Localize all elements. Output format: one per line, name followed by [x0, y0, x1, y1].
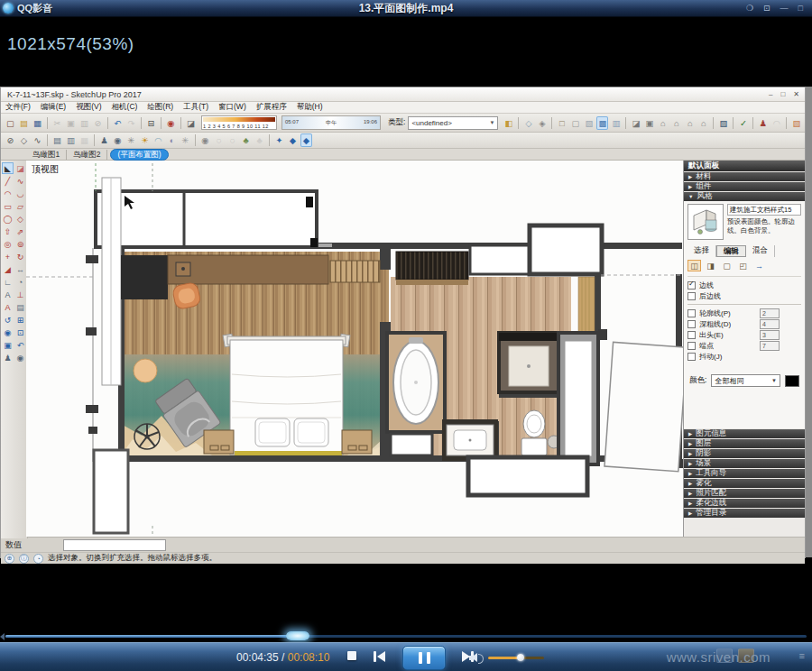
zoom-extents-icon[interactable]: ▣	[2, 339, 14, 351]
dimension-icon[interactable]: ∟	[2, 276, 14, 288]
checkbox[interactable]	[687, 331, 696, 339]
model-info-icon[interactable]: ◉	[165, 116, 177, 130]
style-name-field[interactable]: 建筑施工文档样式15	[727, 204, 801, 216]
tape-measure-icon[interactable]: ↔	[14, 263, 26, 275]
component-person-icon[interactable]: ♟	[757, 116, 769, 130]
previous-view-icon[interactable]: ↶	[14, 339, 26, 351]
su-maximize-button[interactable]: □	[780, 90, 785, 98]
value-field[interactable]: 2	[760, 308, 780, 318]
look-around-icon[interactable]: ◉	[112, 133, 124, 147]
position-cam-icon[interactable]: ♟	[2, 352, 14, 363]
delete-icon[interactable]: ⊘	[92, 116, 104, 130]
fog-icon[interactable]: ◠	[152, 133, 164, 147]
watermark-settings-icon[interactable]: ◰	[736, 260, 750, 271]
mini-mode-icon[interactable]: ⊡	[763, 0, 770, 16]
panel-section-fog[interactable]: ▶ 雾化	[684, 479, 805, 488]
walk-icon[interactable]: ✳	[125, 133, 137, 147]
wireframe-style-icon[interactable]: □	[556, 116, 567, 130]
volume-icon[interactable]	[469, 653, 483, 663]
back-view-icon[interactable]: ⌂	[684, 116, 696, 130]
menu-window[interactable]: 窗口(W)	[218, 102, 246, 113]
menu-help[interactable]: 帮助(H)	[297, 102, 323, 113]
value-field[interactable]: 7	[760, 341, 780, 351]
open-icon[interactable]: ▤	[18, 116, 30, 130]
section-tool-icon[interactable]: ▤	[14, 301, 26, 313]
hide-component-icon[interactable]: ◌	[226, 133, 238, 147]
edge-settings-icon[interactable]: ◫	[687, 260, 701, 271]
twopoint-arc-icon[interactable]: ◡	[14, 188, 26, 199]
line-tool-icon[interactable]: ╱	[2, 175, 14, 187]
menu-edit[interactable]: 编辑(E)	[41, 102, 66, 113]
minimize-icon[interactable]: —	[780, 0, 789, 16]
print-icon[interactable]: ⊟	[145, 116, 157, 130]
geolocation-status-icon[interactable]: ⊕	[5, 554, 14, 564]
credits-status-icon[interactable]: ⓘ	[19, 554, 29, 564]
text-tool-icon[interactable]: A	[2, 289, 14, 300]
playlist-toggle-icon[interactable]: ≡	[799, 650, 805, 661]
panel-section-instructor[interactable]: ▶ 工具向导	[684, 469, 805, 478]
polygon-icon[interactable]: ◇	[14, 213, 26, 225]
rotate-icon[interactable]: ↻	[14, 251, 26, 262]
value-field[interactable]: 3	[760, 330, 780, 340]
zoom-window-icon[interactable]: ⊡	[14, 326, 26, 338]
menu-view[interactable]: 视图(V)	[76, 102, 101, 113]
xray-style-icon[interactable]: ◇	[522, 116, 534, 130]
back-edges-checkbox-row[interactable]: 后边线	[687, 290, 801, 305]
seek-handle[interactable]	[286, 631, 309, 640]
menu-extensions[interactable]: 扩展程序	[256, 102, 287, 113]
endpoints-checkbox-row[interactable]: 端点 7	[687, 340, 801, 351]
value-field[interactable]: 4	[760, 319, 780, 329]
menu-tools[interactable]: 工具(T)	[183, 102, 208, 113]
save-icon[interactable]: ▦	[32, 116, 43, 130]
back-edges-style-icon[interactable]: ◈	[536, 116, 548, 130]
edges-checkbox-row[interactable]: 边线	[687, 280, 801, 290]
top-view-icon[interactable]: ▣	[643, 116, 655, 130]
rotated-rect-icon[interactable]: ▱	[14, 200, 26, 212]
feedback-bubble-icon[interactable]: ❍	[746, 0, 753, 16]
shadows-toggle-icon[interactable]: ☀	[139, 133, 151, 147]
paste-icon[interactable]: ▥	[78, 116, 90, 130]
cut-icon[interactable]: ✂	[51, 116, 63, 130]
previous-button[interactable]	[374, 651, 385, 662]
style-tab-select[interactable]: 选择	[687, 245, 716, 257]
undo-icon[interactable]: ↶	[112, 116, 124, 130]
copy-icon[interactable]: ▣	[65, 116, 77, 130]
hide-similar-icon[interactable]: ◌	[213, 133, 225, 147]
edge-color-swatch[interactable]	[785, 375, 799, 387]
orbit-tool-icon[interactable]: ↺	[2, 314, 14, 326]
su-close-button[interactable]: ✕	[793, 90, 799, 98]
position-camera-icon[interactable]: ♟	[98, 133, 110, 147]
panel-section-soften-edges[interactable]: ▶ 柔化边线	[684, 499, 805, 508]
checkbox[interactable]	[687, 320, 696, 328]
followme-icon[interactable]: ⇗	[14, 225, 26, 237]
checkbox[interactable]	[687, 342, 696, 350]
checkbox[interactable]	[687, 281, 696, 290]
look-icon[interactable]: ◉	[14, 352, 26, 363]
scene-tab-birdview1[interactable]: 鸟瞰图1	[26, 150, 67, 160]
arc-curve-icon[interactable]: ◠	[770, 116, 782, 130]
right-view-icon[interactable]: ⌂	[670, 116, 682, 130]
offset-icon[interactable]: ◎	[2, 238, 14, 250]
panel-section-components[interactable]: ▶ 组件	[684, 182, 805, 191]
scene-tab-birdview2[interactable]: 鸟瞰图2	[67, 150, 107, 160]
front-view-icon[interactable]: ⌂	[657, 116, 669, 130]
section-plane-icon[interactable]: ▤	[51, 133, 63, 147]
iso-view-icon[interactable]: ◪	[630, 116, 641, 130]
select-tool-icon[interactable]: ◣	[2, 162, 14, 174]
face-settings-icon[interactable]: ◨	[704, 260, 717, 271]
panel-header[interactable]: 默认面板	[684, 161, 805, 171]
style-tab-mix[interactable]: 混合	[746, 245, 775, 257]
plugin-tool2-icon[interactable]: ◆	[300, 133, 312, 147]
volume-handle[interactable]	[517, 654, 524, 661]
redo-icon[interactable]: ↷	[125, 116, 137, 130]
scale-icon[interactable]: ◢	[2, 263, 14, 275]
section-display-icon[interactable]: ▥	[65, 133, 77, 147]
modeling-settings-icon[interactable]: →	[752, 260, 766, 271]
profiles-checkbox-row[interactable]: 轮廓线(P) 2	[687, 308, 801, 318]
background-settings-icon[interactable]: ▢	[720, 260, 734, 271]
globe-icon[interactable]: ◐	[166, 133, 178, 147]
match-photo-icon[interactable]: ▨	[717, 116, 729, 130]
checkbox[interactable]	[687, 292, 696, 300]
extension-checkbox-row[interactable]: 出头(E) 3	[687, 329, 801, 340]
circle-tool-icon[interactable]: ⊘	[5, 133, 16, 147]
